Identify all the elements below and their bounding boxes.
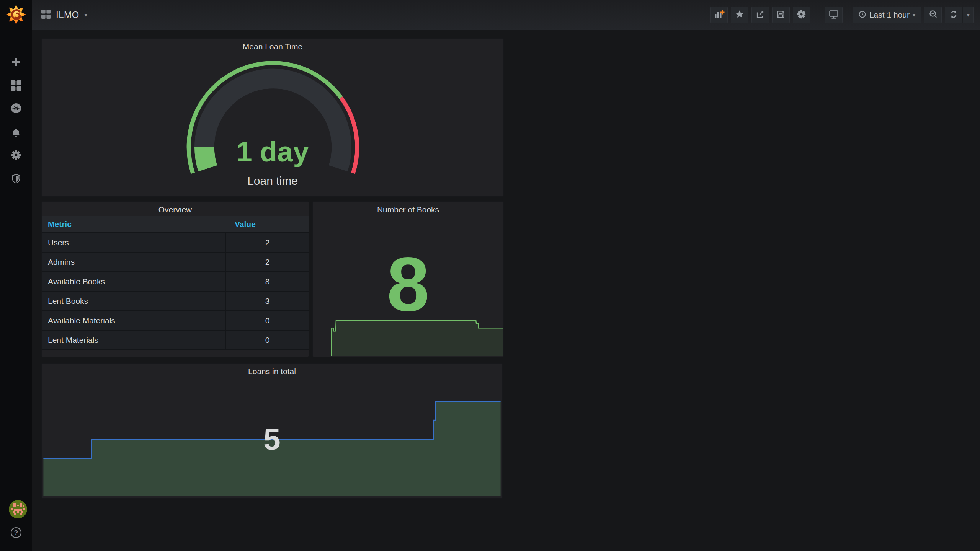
gear-icon bbox=[797, 10, 806, 21]
panel-title[interactable]: Overview bbox=[42, 205, 309, 214]
sidebar-explore-button[interactable] bbox=[0, 103, 32, 114]
value-cell: 8 bbox=[226, 272, 309, 291]
gear-icon bbox=[11, 150, 21, 160]
user-avatar[interactable] bbox=[9, 500, 27, 518]
sidebar-create-button[interactable] bbox=[0, 57, 32, 67]
tv-mode-button[interactable] bbox=[825, 7, 843, 23]
svg-text:?: ? bbox=[14, 529, 18, 536]
save-icon bbox=[776, 10, 786, 21]
stat-value: 8 bbox=[313, 246, 503, 323]
gauge-value: 1 day bbox=[42, 138, 503, 166]
stat-value: 5 bbox=[42, 424, 502, 455]
sidebar-configuration-button[interactable] bbox=[0, 150, 32, 160]
metric-cell: Users bbox=[42, 233, 226, 252]
sidebar-dashboards-button[interactable] bbox=[0, 80, 32, 91]
add-panel-icon bbox=[713, 9, 725, 21]
star-button[interactable] bbox=[731, 7, 748, 23]
metric-cell: Lent Books bbox=[42, 292, 226, 310]
value-cell: 2 bbox=[226, 253, 309, 271]
table-row: Lent Books 3 bbox=[42, 292, 309, 311]
shield-icon bbox=[11, 173, 21, 184]
time-range-picker[interactable]: Last 1 hour ▾ bbox=[853, 7, 921, 23]
sidebar-server-admin-button[interactable] bbox=[0, 173, 32, 184]
refresh-button-group: ▾ bbox=[945, 7, 974, 23]
table-row: Users 2 bbox=[42, 232, 309, 253]
clock-icon bbox=[858, 10, 866, 20]
zoom-out-button[interactable] bbox=[924, 7, 942, 23]
plus-icon bbox=[11, 57, 21, 67]
share-button[interactable] bbox=[751, 7, 769, 23]
table-row: Lent Materials 0 bbox=[42, 331, 309, 350]
monitor-icon bbox=[828, 9, 839, 21]
refresh-icon bbox=[949, 10, 959, 21]
add-panel-button[interactable] bbox=[710, 7, 728, 23]
settings-button[interactable] bbox=[793, 7, 810, 23]
navbar-actions: Last 1 hour ▾ bbox=[710, 7, 980, 23]
time-range-label: Last 1 hour bbox=[869, 10, 910, 20]
help-button[interactable]: ? bbox=[10, 527, 22, 538]
value-cell: 2 bbox=[226, 233, 309, 252]
table-row: Available Books 8 bbox=[42, 272, 309, 292]
share-icon bbox=[755, 10, 765, 21]
chevron-down-icon: ▾ bbox=[85, 12, 87, 18]
bell-icon bbox=[11, 127, 21, 138]
dashboard-title-button[interactable]: ILMO ▾ bbox=[32, 10, 87, 20]
value-cell: 0 bbox=[226, 331, 309, 349]
column-header-value[interactable]: Value bbox=[226, 220, 309, 229]
dashboard-title: ILMO bbox=[56, 10, 79, 20]
table-row: Available Materials 0 bbox=[42, 311, 309, 331]
gauge-label: Loan time bbox=[42, 175, 503, 187]
sidebar-alerting-button[interactable] bbox=[0, 127, 32, 138]
table-header: Metric Value bbox=[42, 216, 309, 232]
grid-icon bbox=[11, 80, 21, 91]
panel-overview: Overview Metric Value Users 2 Admins 2 A… bbox=[41, 201, 309, 357]
metric-cell: Lent Materials bbox=[42, 331, 226, 349]
metric-cell: Available Books bbox=[42, 272, 226, 291]
grafana-app: ? ILMO ▾ bbox=[0, 0, 980, 551]
chevron-down-icon: ▾ bbox=[967, 12, 969, 18]
sidebar: ? bbox=[0, 0, 32, 551]
navbar: ILMO ▾ bbox=[32, 0, 980, 30]
metric-cell: Admins bbox=[42, 253, 226, 271]
panel-loans-in-total: Loans in total 5 bbox=[41, 363, 503, 499]
value-cell: 3 bbox=[226, 292, 309, 310]
panel-mean-loan-time: Mean Loan Time 1 day Loan time bbox=[41, 38, 504, 197]
refresh-interval-button[interactable]: ▾ bbox=[962, 7, 974, 23]
compass-icon bbox=[11, 103, 21, 114]
star-icon bbox=[735, 10, 744, 20]
magnifier-minus-icon bbox=[928, 10, 938, 21]
dashboard-grid-icon bbox=[41, 10, 51, 20]
table-row: Admins 2 bbox=[42, 253, 309, 272]
metric-cell: Available Materials bbox=[42, 311, 226, 330]
save-button[interactable] bbox=[772, 7, 790, 23]
refresh-button[interactable] bbox=[945, 7, 962, 23]
column-header-metric[interactable]: Metric bbox=[42, 220, 226, 229]
table-body: Users 2 Admins 2 Available Books 8 Lent … bbox=[42, 232, 309, 350]
gauge-chart bbox=[42, 39, 503, 196]
panel-number-of-books: Number of Books 8 bbox=[312, 201, 504, 357]
chevron-down-icon: ▾ bbox=[913, 12, 915, 18]
value-cell: 0 bbox=[226, 311, 309, 330]
grafana-logo-icon[interactable] bbox=[6, 4, 26, 24]
